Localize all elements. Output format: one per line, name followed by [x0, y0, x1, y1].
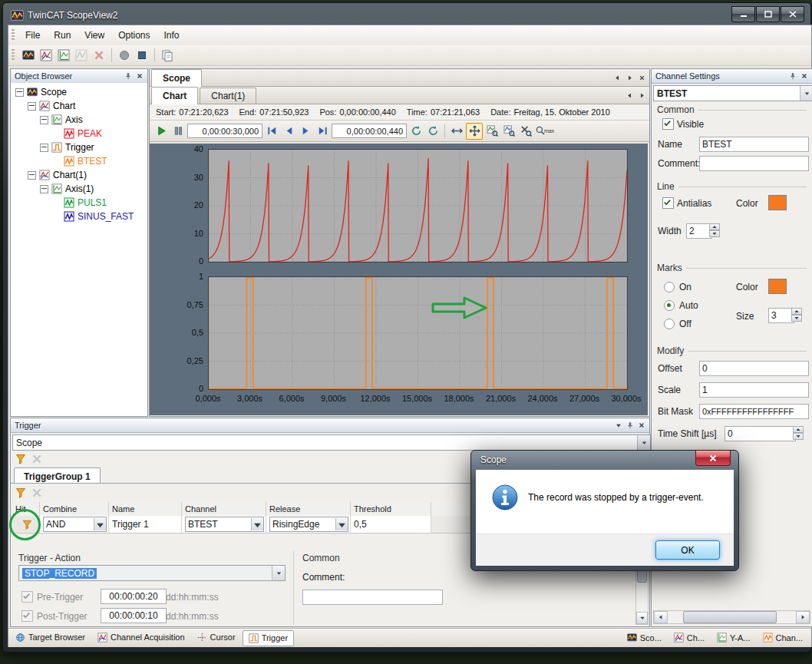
menu-grip[interactable]	[12, 29, 15, 41]
marks-size-stepper[interactable]	[791, 308, 802, 322]
pin-icon[interactable]	[122, 71, 134, 81]
combine-cell[interactable]: AND	[40, 516, 109, 534]
free-zoom-button[interactable]	[518, 124, 533, 139]
delete-trigger-group-button[interactable]	[30, 453, 43, 466]
line-width-field[interactable]: 2	[686, 223, 712, 239]
marks-size-field[interactable]: 3	[768, 308, 794, 323]
column-header-combine[interactable]: Combine	[40, 502, 109, 517]
marks-color-swatch[interactable]	[768, 279, 787, 294]
scroll-down-icon[interactable]	[636, 612, 648, 624]
refresh-button[interactable]	[408, 124, 424, 139]
status-tab-channel-acquisition[interactable]: Channel Acquisition	[92, 630, 190, 645]
seek-end-button[interactable]	[315, 124, 330, 139]
tree-item-peak[interactable]: PEAK	[11, 127, 147, 140]
line-color-swatch[interactable]	[768, 195, 787, 210]
visible-checkbox[interactable]	[662, 118, 674, 130]
settings-horizontal-scrollbar[interactable]	[653, 610, 810, 624]
chart-tab-right-icon[interactable]	[636, 90, 647, 101]
maximize-button[interactable]	[756, 6, 780, 22]
record-button[interactable]	[117, 48, 132, 63]
minimize-button[interactable]	[731, 6, 755, 22]
close-button[interactable]	[781, 6, 804, 22]
zoom-y-button[interactable]	[484, 124, 500, 139]
copy-report-button[interactable]	[160, 48, 175, 63]
scale-field[interactable]: 1	[699, 382, 809, 398]
offset-field[interactable]: 0	[699, 361, 809, 376]
add-channel-button[interactable]	[74, 48, 89, 63]
line-width-stepper[interactable]	[709, 223, 720, 237]
tree-item-chart[interactable]: Chart	[11, 99, 147, 113]
tree-expand-icon[interactable]	[40, 144, 48, 152]
stop-button[interactable]	[134, 48, 150, 63]
close-icon[interactable]	[798, 71, 810, 81]
antialias-checkbox[interactable]	[662, 197, 674, 209]
seek-start-button[interactable]	[264, 124, 279, 139]
chart-area[interactable]: 40302010010,750,50,250 0,000s3,000s6,000…	[150, 144, 648, 415]
trigger-scope-selector[interactable]: Scope	[12, 434, 651, 451]
menu-item-view[interactable]: View	[78, 27, 111, 44]
channel-combo[interactable]: BTEST	[185, 517, 264, 532]
scroll-right-icon[interactable]	[796, 611, 810, 623]
title-bar[interactable]: TwinCAT ScopeView2	[8, 6, 810, 24]
tab-chart-1-[interactable]: Chart(1)	[200, 88, 256, 104]
post-trigger-field[interactable]: 00:00:00:10	[101, 608, 167, 623]
dialog-close-button[interactable]	[695, 451, 731, 466]
release-cell[interactable]: RisingEdge	[266, 516, 351, 534]
menu-item-options[interactable]: Options	[111, 27, 157, 44]
pre-trigger-checkbox[interactable]	[21, 591, 33, 603]
close-document-icon[interactable]	[636, 72, 647, 83]
add-axis-button[interactable]	[56, 48, 71, 63]
release-combo[interactable]: RisingEdge	[269, 517, 348, 532]
new-scope-button[interactable]	[21, 48, 36, 63]
channel-selector-combo[interactable]: BTEST	[653, 85, 812, 101]
chevron-down-icon[interactable]	[637, 435, 650, 450]
chart-plot-peak[interactable]	[208, 149, 628, 263]
tree-item-puls1[interactable]: PULS1	[11, 196, 147, 210]
tree-expand-icon[interactable]	[28, 171, 36, 180]
name-field[interactable]: BTEST	[699, 137, 809, 152]
status-tab-trigger[interactable]: Trigger	[243, 630, 294, 646]
trigger-comment-field[interactable]	[302, 590, 443, 605]
close-icon[interactable]	[134, 71, 145, 81]
tree-expand-icon[interactable]	[15, 88, 24, 97]
toolbar-grip[interactable]	[12, 49, 15, 61]
tab-chart[interactable]: Chart	[151, 87, 198, 104]
tree-item-axis-1-[interactable]: Axis(1)	[11, 182, 147, 196]
tab-scroll-left-icon[interactable]	[612, 72, 622, 83]
zoom-max-button[interactable]: max	[535, 124, 555, 139]
column-header-channel[interactable]: Channel	[182, 502, 266, 517]
tree-item-chart-1-[interactable]: Chart(1)	[11, 168, 147, 182]
add-chart-button[interactable]	[38, 48, 54, 63]
dock-tab-y-a-[interactable]: Y-A...	[711, 630, 756, 645]
delete-trigger-button[interactable]	[30, 487, 43, 500]
chart-tab-left-icon[interactable]	[624, 90, 635, 101]
menu-item-file[interactable]: File	[18, 27, 47, 44]
step-back-button[interactable]	[281, 124, 296, 139]
dock-tab-chan-[interactable]: Chan...	[758, 630, 808, 645]
pan-horizontal-button[interactable]	[449, 124, 464, 139]
tree-expand-icon[interactable]	[40, 116, 48, 124]
tab-scroll-right-icon[interactable]	[624, 72, 635, 83]
chevron-down-icon[interactable]	[335, 518, 348, 530]
pin-icon[interactable]	[624, 421, 635, 431]
chevron-down-icon[interactable]	[94, 518, 106, 530]
ok-button[interactable]: OK	[655, 540, 720, 560]
chevron-down-icon[interactable]	[272, 566, 285, 580]
dock-tab-ch-[interactable]: Ch...	[668, 630, 710, 645]
column-header-name[interactable]: Name	[109, 502, 182, 517]
chart-plot-btest[interactable]	[208, 276, 628, 390]
step-forward-button[interactable]	[298, 124, 313, 139]
add-trigger-button[interactable]	[14, 487, 27, 500]
tree-expand-icon[interactable]	[40, 185, 48, 193]
collapse-icon[interactable]	[612, 421, 624, 431]
pre-trigger-field[interactable]: 00:00:00:20	[101, 589, 167, 604]
name-cell[interactable]: Trigger 1	[109, 516, 182, 534]
refresh-once-button[interactable]	[425, 124, 441, 139]
scrollbar-thumb[interactable]	[683, 611, 777, 623]
tab-scope-document[interactable]: Scope	[151, 69, 202, 87]
close-icon[interactable]	[635, 421, 647, 431]
marks-off-radio[interactable]	[664, 319, 675, 329]
delete-button[interactable]	[91, 48, 107, 63]
trigger-action-combo[interactable]: STOP_RECORD	[18, 565, 286, 581]
tree-item-sinus-fast[interactable]: SINUS_FAST	[11, 210, 147, 223]
